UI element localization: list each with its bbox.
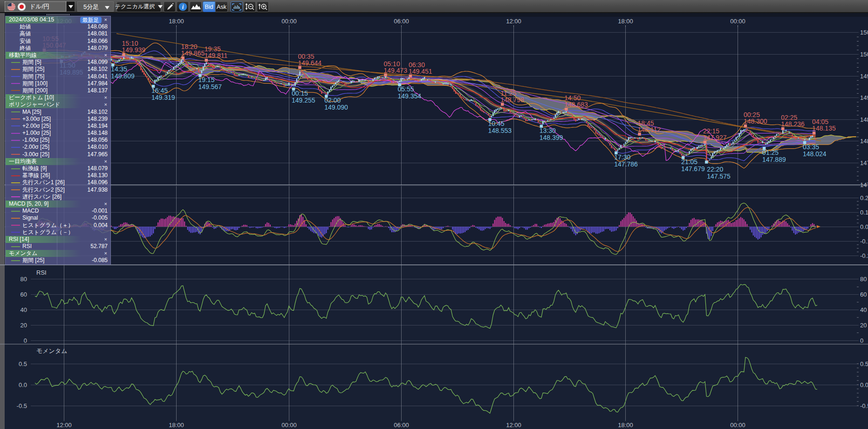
svg-text:148.553: 148.553 <box>488 127 512 134</box>
svg-text:i: i <box>182 3 184 10</box>
svg-text:18:00: 18:00 <box>169 18 184 25</box>
svg-text:18:00: 18:00 <box>169 422 184 429</box>
svg-text:18:00: 18:00 <box>618 18 633 25</box>
svg-text:18:00: 18:00 <box>618 422 633 429</box>
svg-text:00:00: 00:00 <box>730 18 745 25</box>
svg-text:149.0: 149.0 <box>860 94 868 101</box>
svg-text:80: 80 <box>860 276 867 283</box>
svg-text:12:00: 12:00 <box>56 422 72 429</box>
svg-text:149.255: 149.255 <box>292 97 315 104</box>
svg-text:0: 0 <box>24 337 27 344</box>
svg-text:0.0: 0.0 <box>19 381 27 388</box>
svg-text:148.236: 148.236 <box>781 120 805 128</box>
svg-text:148.112: 148.112 <box>638 126 661 133</box>
svg-text:149.319: 149.319 <box>151 94 175 101</box>
svg-text:148.300: 148.300 <box>744 118 767 125</box>
svg-text:17:30: 17:30 <box>614 153 630 161</box>
svg-text:148.5: 148.5 <box>860 116 868 123</box>
svg-text:149.473: 149.473 <box>383 67 407 74</box>
svg-text:00:00: 00:00 <box>281 18 297 25</box>
svg-text:148.798: 148.798 <box>500 96 524 104</box>
svg-text:147.0: 147.0 <box>860 181 868 188</box>
svg-text:149.644: 149.644 <box>298 59 321 67</box>
svg-text:147.889: 147.889 <box>762 156 786 163</box>
svg-text:0.0: 0.0 <box>860 381 868 388</box>
svg-text:149.090: 149.090 <box>324 104 348 111</box>
svg-text:0: 0 <box>860 337 863 344</box>
svg-text:モメンタム: モメンタム <box>36 347 68 354</box>
svg-text:148.024: 148.024 <box>803 150 827 158</box>
svg-text:19:15: 19:15 <box>198 76 214 83</box>
svg-text:0.5: 0.5 <box>860 360 868 367</box>
svg-text:01:25: 01:25 <box>762 149 779 156</box>
svg-text:03:35: 03:35 <box>803 143 819 151</box>
svg-text:147.575: 147.575 <box>707 173 731 180</box>
svg-text:14:35: 14:35 <box>111 65 127 73</box>
svg-text:147.679: 147.679 <box>681 165 705 173</box>
svg-text:-0.5: -0.5 <box>860 402 868 409</box>
svg-text:80: 80 <box>21 276 27 283</box>
svg-text:0.0: 0.0 <box>860 223 868 230</box>
svg-text:00:00: 00:00 <box>730 422 745 429</box>
svg-text:40: 40 <box>21 306 27 313</box>
svg-text:40: 40 <box>860 306 867 313</box>
svg-text:147.5: 147.5 <box>860 159 868 166</box>
svg-text:149.5: 149.5 <box>860 73 868 80</box>
svg-text:00:00: 00:00 <box>281 422 297 429</box>
svg-text:-0.5: -0.5 <box>17 402 27 409</box>
svg-text:06:00: 06:00 <box>394 422 409 429</box>
svg-text:-0.2: -0.2 <box>860 252 868 259</box>
svg-text:12:00: 12:00 <box>506 422 521 429</box>
svg-text:00:15: 00:15 <box>292 90 308 97</box>
svg-text:148.683: 148.683 <box>564 101 588 108</box>
svg-text:12:00: 12:00 <box>506 18 521 25</box>
svg-text:150.0: 150.0 <box>860 51 868 58</box>
svg-text:0.5: 0.5 <box>19 360 27 367</box>
svg-text:148.399: 148.399 <box>540 134 563 141</box>
svg-text:0.2: 0.2 <box>860 194 868 201</box>
svg-text:22:20: 22:20 <box>707 166 723 173</box>
svg-text:149.809: 149.809 <box>111 72 135 80</box>
svg-text:149.939: 149.939 <box>122 46 146 54</box>
svg-text:149.354: 149.354 <box>398 92 422 100</box>
svg-text:60: 60 <box>21 291 27 298</box>
svg-text:149.451: 149.451 <box>409 68 432 75</box>
svg-text:150.5: 150.5 <box>860 29 868 36</box>
svg-text:05:55: 05:55 <box>398 85 414 93</box>
svg-text:16:45: 16:45 <box>151 87 168 94</box>
svg-text:0.1: 0.1 <box>860 209 868 216</box>
svg-text:60: 60 <box>860 291 867 298</box>
svg-text:-0.1: -0.1 <box>860 238 868 245</box>
svg-text:13:30: 13:30 <box>540 127 556 134</box>
svg-text:149.811: 149.811 <box>205 52 228 59</box>
svg-text:20: 20 <box>860 322 867 329</box>
svg-text:149.567: 149.567 <box>198 83 222 90</box>
svg-text:147.786: 147.786 <box>614 160 638 168</box>
svg-text:20: 20 <box>21 322 27 329</box>
svg-text:10:45: 10:45 <box>488 120 504 127</box>
svg-text:21:05: 21:05 <box>681 158 697 166</box>
svg-text:149.865: 149.865 <box>181 49 205 57</box>
svg-text:RSI: RSI <box>36 269 47 276</box>
svg-text:147.927: 147.927 <box>703 134 727 141</box>
svg-text:02:00: 02:00 <box>324 97 341 104</box>
svg-text:148.0: 148.0 <box>860 138 868 145</box>
svg-text:06:00: 06:00 <box>394 18 409 25</box>
svg-text:148.135: 148.135 <box>812 125 836 132</box>
